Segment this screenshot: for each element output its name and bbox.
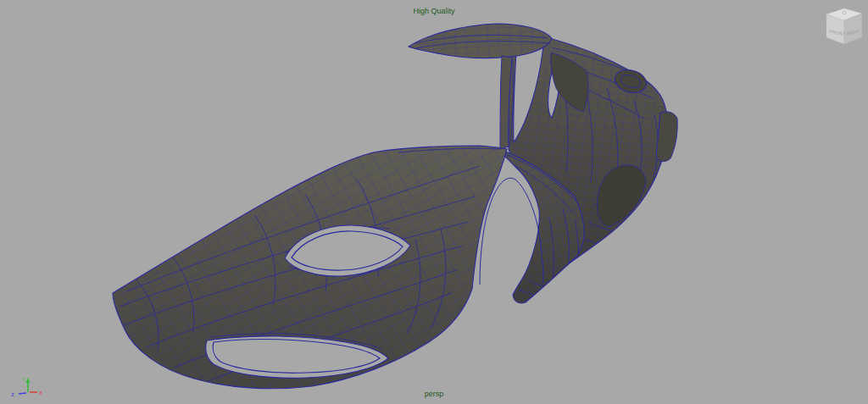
axis-gizmo: x z y — [0, 0, 868, 404]
viewport-3d[interactable]: High Quality — [0, 0, 868, 404]
camera-name-label: persp — [0, 390, 868, 398]
y-axis-label: y — [23, 376, 25, 381]
y-axis-arrow — [26, 378, 31, 383]
